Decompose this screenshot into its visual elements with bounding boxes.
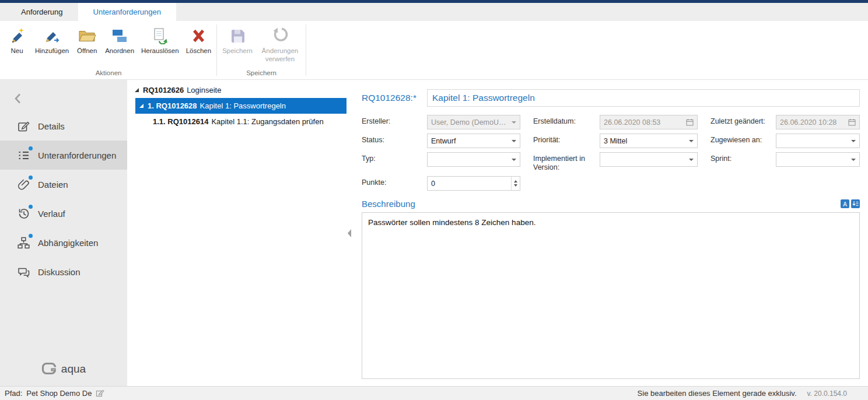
delete-icon — [189, 26, 208, 45]
sprint-select[interactable] — [776, 152, 860, 167]
chevron-left-icon — [12, 92, 24, 106]
up-arrow-icon[interactable] — [514, 178, 517, 183]
ersteller-select[interactable]: User, Demo (DemoUs ... — [427, 115, 520, 129]
prioritaet-label: Priorität: — [533, 134, 600, 145]
zugewiesen-an-select[interactable] — [776, 134, 860, 148]
save-icon — [228, 26, 247, 45]
neu-button[interactable]: Neu — [2, 23, 32, 55]
title-input[interactable] — [427, 89, 860, 107]
stepper-arrows[interactable] — [511, 177, 520, 190]
folder-open-icon — [78, 26, 96, 45]
exclusive-edit-status: Sie bearbeiten dieses Element gerade exk… — [638, 389, 797, 398]
sidebar-item-dateien[interactable]: Dateien — [0, 170, 127, 199]
requirement-id-label: RQ1012628:* — [362, 93, 427, 103]
sidebar-item-abhaengigkeiten[interactable]: Abhängigkeiten — [0, 228, 127, 257]
sidebar-item-diskussion[interactable]: Diskussion — [0, 257, 127, 286]
undo-icon — [271, 26, 289, 45]
requirements-tree: RQ1012626 Loginseite 1. RQ1012628 Kapite… — [127, 80, 346, 386]
ribbon-group-speichern: Speichern Änderungen verwerfen Speichern — [219, 21, 304, 79]
expander-icon[interactable] — [138, 103, 145, 108]
sidebar-item-verlauf[interactable]: Verlauf — [0, 199, 127, 228]
erstelldatum-field[interactable]: 26.06.2020 08:53 — [600, 115, 698, 129]
extract-icon — [150, 26, 169, 45]
typ-label: Typ: — [362, 152, 427, 163]
list-icon — [16, 148, 30, 162]
zugewiesen-an-label: Zugewiesen an: — [710, 134, 776, 145]
sidebar: Details Unteranforderungen Dateien — [0, 80, 127, 386]
app-version: v. 20.0.154.0 — [807, 390, 848, 398]
calendar-icon — [686, 118, 694, 126]
group-label-speichern: Speichern — [219, 69, 304, 79]
chevron-down-icon — [512, 121, 516, 126]
new-wand-icon — [8, 26, 26, 45]
ribbon-toolbar: Neu Hinzufügen — [0, 21, 868, 80]
beschreibung-header: Beschreibung — [362, 199, 415, 209]
chevron-down-icon — [851, 140, 856, 145]
chevron-down-icon — [689, 159, 694, 163]
dependencies-icon — [16, 236, 30, 250]
group-label-aktionen: Aktionen — [2, 69, 215, 79]
calendar-icon — [848, 118, 856, 126]
aqua-logo-icon — [41, 362, 57, 376]
spellcheck-icon[interactable]: A — [841, 199, 849, 208]
edit-path-icon[interactable] — [96, 389, 104, 398]
status-select[interactable]: Entwurf — [427, 134, 520, 148]
chevron-down-icon — [689, 140, 694, 145]
notification-dot — [29, 205, 33, 209]
punkte-stepper[interactable]: 0 — [427, 176, 520, 191]
zuletzt-geaendert-label: Zuletzt geändert: — [710, 115, 776, 126]
notification-dot — [29, 176, 33, 180]
collapse-panel-icon[interactable] — [348, 229, 351, 237]
tab-bar: Anforderung Unteranforderungen — [0, 3, 868, 21]
arrange-icon — [110, 26, 129, 45]
status-bar: Pfad: Pet Shop Demo De Sie bearbeiten di… — [0, 386, 868, 400]
oeffnen-button[interactable]: Öffnen — [72, 23, 102, 55]
attributes-form: Ersteller: User, Demo (DemoUs ... Erstel… — [362, 115, 860, 191]
anordnen-button[interactable]: Anordnen — [102, 23, 138, 55]
implementiert-in-version-label: Implementiert in Version: — [533, 152, 600, 172]
tree-item-rq1012614[interactable]: 1.1. RQ1012614 Kapitel 1.1: Zugangsdaten… — [135, 114, 346, 129]
svg-text:A: A — [843, 201, 847, 208]
pfad-label: Pfad: — [5, 389, 22, 398]
prioritaet-select[interactable]: 3 Mittel — [600, 134, 698, 148]
hinzufuegen-button[interactable]: Hinzufügen — [32, 23, 72, 55]
sidebar-item-unteranforderungen[interactable]: Unteranforderungen — [0, 141, 127, 170]
pfad-value: Pet Shop Demo De — [26, 389, 92, 398]
sprint-label: Sprint: — [710, 152, 776, 163]
status-label: Status: — [362, 134, 427, 145]
back-button[interactable] — [0, 86, 127, 111]
ribbon-group-aktionen: Neu Hinzufügen — [2, 21, 215, 79]
chevron-down-icon — [851, 159, 856, 163]
history-icon — [16, 206, 30, 220]
expander-icon[interactable] — [133, 87, 140, 93]
typ-select[interactable] — [427, 152, 520, 167]
description-editor[interactable]: Passwörter sollen mindestens 8 Zeichen h… — [362, 212, 860, 379]
aqua-logo: aqua — [0, 362, 127, 376]
implementiert-in-version-select[interactable] — [600, 152, 698, 167]
requirement-detail-panel: RQ1012628:* Ersteller: User, Demo (DemoU… — [357, 80, 868, 386]
edit-icon — [16, 119, 30, 133]
loeschen-button[interactable]: Löschen — [183, 23, 215, 55]
tree-item-rq1012628[interactable]: 1. RQ1012628 Kapitel 1: Passwortregeln — [135, 98, 346, 114]
notification-dot — [29, 234, 33, 238]
ersteller-label: Ersteller: — [362, 115, 427, 126]
panel-splitter[interactable] — [346, 80, 357, 386]
aenderungen-verwerfen-button[interactable]: Änderungen verwerfen — [256, 23, 304, 64]
notification-dot — [29, 146, 33, 150]
discussion-icon — [16, 265, 30, 279]
tree-item-rq1012626[interactable]: RQ1012626 Loginseite — [131, 82, 346, 98]
down-arrow-icon[interactable] — [514, 184, 517, 188]
chevron-down-icon — [512, 140, 516, 145]
sidebar-item-details[interactable]: Details — [0, 111, 127, 141]
tab-unteranforderungen[interactable]: Unteranforderungen — [78, 3, 176, 21]
zuletzt-geaendert-field[interactable]: 26.06.2020 10:28 — [776, 115, 860, 129]
sort-az-icon[interactable] — [851, 199, 860, 208]
erstelldatum-label: Erstelldatum: — [533, 115, 600, 126]
herausloesen-button[interactable]: Herauslösen — [138, 23, 183, 55]
speichern-button[interactable]: Speichern — [219, 23, 256, 55]
ribbon-separator — [306, 24, 306, 76]
paperclip-icon — [16, 177, 30, 191]
ribbon-separator — [216, 24, 217, 76]
tab-anforderung[interactable]: Anforderung — [6, 3, 78, 21]
punkte-label: Punkte: — [362, 176, 427, 187]
